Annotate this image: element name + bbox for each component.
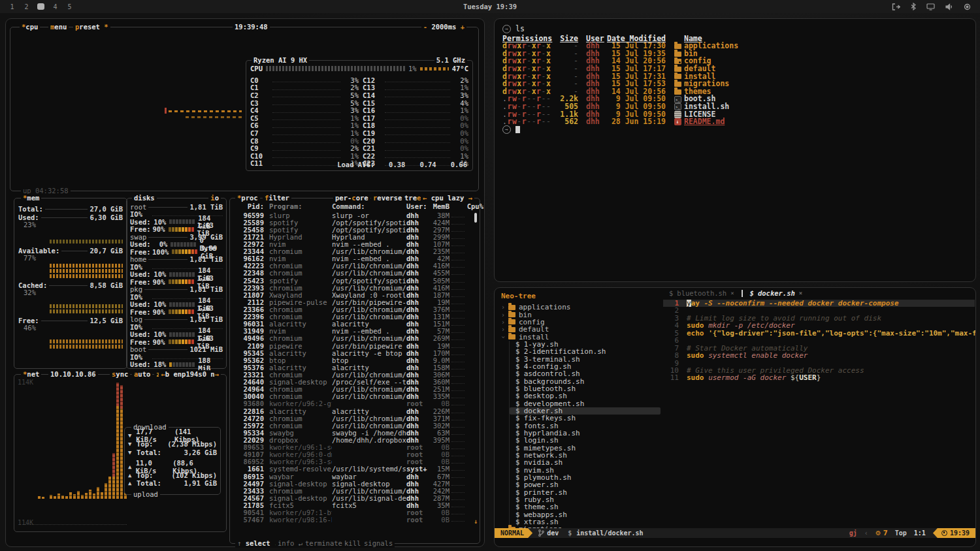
process-row[interactable]: 1661systemd-resolve/usr/lib/systemd/ssys… <box>234 465 470 473</box>
tab-docker.sh[interactable]: $docker.sh× <box>744 288 809 298</box>
filter-button[interactable]: filter <box>263 194 291 202</box>
cpu-meter-bar <box>266 66 405 71</box>
per-core-toggle[interactable]: per-core <box>333 194 370 202</box>
scroll-down-indicator[interactable]: ↓ <box>474 518 478 525</box>
select-button[interactable]: ↑ select ↓ <box>235 539 280 548</box>
auto-button[interactable]: auto <box>132 370 152 379</box>
process-row[interactable]: 57467kworker/u98:16-broot0B0.0 <box>234 516 470 524</box>
kill-button[interactable]: kill <box>342 539 363 548</box>
workspace-active-3[interactable] <box>37 3 44 10</box>
terminate-button[interactable]: terminate <box>303 539 344 548</box>
process-row[interactable]: 23321chromium/usr/lib/chromium/dhh306M0.… <box>234 371 470 378</box>
process-row[interactable]: 42223chromium/usr/lib/chromium/dhh416M0.… <box>234 262 470 270</box>
menu-button[interactable]: menu <box>48 23 69 31</box>
workspace-5[interactable]: 5 <box>66 3 73 10</box>
sync-button[interactable]: sync <box>110 370 130 379</box>
record-icon[interactable] <box>964 3 971 10</box>
process-row[interactable]: 23344chromium/usr/lib/chromium/dhh235M0.… <box>234 248 470 255</box>
process-row[interactable]: 95334swaybgswaybg -i /home/dhdhh63M0.0 <box>234 429 470 436</box>
process-row[interactable]: 23433chromium/usr/lib/chromium/dhh242M0.… <box>234 487 470 494</box>
process-row[interactable]: 2109pipewire/usr/bin/pipewiredhh19M0.0 <box>234 342 470 349</box>
code-line[interactable]: 6 <box>663 337 975 344</box>
interval-minus-button[interactable]: - <box>423 23 427 31</box>
process-row[interactable]: 22029dropbox/home/dhh/.dropboxdhh395M0.0 <box>234 436 470 443</box>
interface-selector[interactable]: ←b enp194s0 n→ <box>159 370 221 379</box>
process-row[interactable]: 95376alacrittyalacrittydhh158M0.0 <box>234 364 470 371</box>
process-row[interactable]: 86952kworker/u96:3-sdroot0B0.0 <box>234 458 470 465</box>
process-row[interactable]: 90541kworker/u97:1-btroot0B0.0 <box>234 509 470 516</box>
display-icon[interactable] <box>926 3 935 10</box>
interval-plus-button[interactable]: + <box>461 23 465 31</box>
mode-indicator: NORMAL <box>495 528 532 538</box>
process-row[interactable]: 22396chromium/usr/lib/chromium/dhh131M0.… <box>234 313 470 321</box>
col-cpu[interactable]: Cpu% <box>466 202 483 210</box>
volume-icon[interactable] <box>945 3 953 10</box>
code-line[interactable]: 8sudo systemctl enable docker <box>663 352 975 359</box>
col-memb[interactable]: MemB <box>430 202 449 210</box>
close-icon[interactable]: × <box>730 290 734 296</box>
core-row: C71% <box>250 129 359 137</box>
process-row[interactable]: 22816alacrittyalacrittydhh226M0.0 <box>234 407 470 415</box>
process-row[interactable]: 49496chromium/usr/lib/chromium/dhh269M0.… <box>234 335 470 342</box>
process-row[interactable]: 24720chromium/usr/lib/chromium/dhh371M0.… <box>234 415 470 422</box>
up-arrow-icon: ▲ <box>128 472 137 479</box>
process-row[interactable]: 22348chromium/usr/lib/chromium/dhh455M0.… <box>234 270 470 277</box>
info-button[interactable]: info ↵ <box>276 539 304 548</box>
tree-toggle[interactable]: tree <box>402 194 423 202</box>
bluetooth-icon[interactable] <box>911 3 916 10</box>
process-row[interactable]: 31949nvimnvim --embed .dhh57M0.0 <box>234 328 470 335</box>
core-graph <box>385 108 450 113</box>
process-cpu-graph <box>451 257 465 260</box>
process-row[interactable]: 25423spotify/opt/spotify/spotidhh505M0.0 <box>234 277 470 284</box>
col-command[interactable]: Command: <box>332 202 406 210</box>
process-row[interactable]: 86915waybarwaybardhh67M0.0 <box>234 473 470 480</box>
process-row[interactable]: 49107kworker/u96:0-dmroot0B0.0 <box>234 451 470 458</box>
net-graph-bar <box>89 490 91 499</box>
tab-bluetooth.sh[interactable]: $bluetooth.sh× <box>663 288 740 298</box>
process-row[interactable]: 24964chromium/usr/lib/chromium/dhh251M0.… <box>234 386 470 393</box>
process-row[interactable]: 21721HyprlandHyprlanddhh299M0.1 <box>234 233 470 240</box>
col-user[interactable]: User: <box>406 202 430 210</box>
file-row: drwxr-xr-x-dhh15 Jul 17:53migrations <box>502 80 968 88</box>
code-line[interactable]: 5echo '{"log-driver":"json-file","log-op… <box>663 330 975 337</box>
process-row[interactable]: 25972chromium/usr/lib/chromium/dhh302M0.… <box>234 422 470 429</box>
process-row[interactable]: 93680kworker/u96:2-gfroot0B0.0 <box>234 400 470 407</box>
process-row[interactable]: 30040chromium/usr/lib/chromium/dhh335M0.… <box>234 393 470 400</box>
process-row[interactable]: 23366chromium/usr/lib/chromium/dhh376M0.… <box>234 306 470 313</box>
process-row[interactable]: 95345alacrittyalacritty -e btopdhh170M0.… <box>234 349 470 356</box>
workspace-2[interactable]: 2 <box>23 3 30 10</box>
process-row[interactable]: 96031alacrittyalacrittydhh151M0.0 <box>234 321 470 328</box>
process-row[interactable]: 96162nvimnvim --embed .dhh42M0.0 <box>234 255 470 262</box>
code-token <box>704 330 709 337</box>
reverse-toggle[interactable]: reverse <box>371 194 404 202</box>
process-row[interactable]: 2112pipewire-pulse/usr/bin/pipewire-dhh1… <box>234 298 470 306</box>
logout-icon[interactable] <box>892 3 900 10</box>
close-icon[interactable]: × <box>799 290 802 296</box>
process-row[interactable]: 22972nvimnvim --embed .dhh107M0.0 <box>234 240 470 247</box>
process-row[interactable]: 25589spotify/opt/spotify/spotidhh424M0.2 <box>234 219 470 226</box>
net-graph-bar <box>42 497 44 499</box>
process-row[interactable]: 21807XwaylandXwayland :0 -rootldhh187M0.… <box>234 291 470 298</box>
preset-button[interactable]: preset * <box>73 23 110 31</box>
sort-selector[interactable]: ← cpu lazy → <box>421 194 474 202</box>
io-toggle[interactable]: io <box>208 194 221 202</box>
process-row[interactable]: 24640signal-desktop/proc/self/exe --tdhh… <box>234 379 470 386</box>
neotree-folder-install[interactable]: ›install <box>495 333 663 340</box>
process-row[interactable]: 89653kworker/u96:1-sdroot0B0.0 <box>234 444 470 451</box>
process-row[interactable]: 25458spotify/opt/spotify/spotidhh297M0.2 <box>234 226 470 233</box>
signals-button[interactable]: signals <box>362 539 395 548</box>
file-date: 28 Jun 15:19 <box>606 118 666 126</box>
col-program[interactable]: Program: <box>269 202 332 210</box>
process-row[interactable]: 21785fcitx5fcitx5dhh35M0.0 <box>234 501 470 509</box>
workspace-4[interactable]: 4 <box>52 3 59 10</box>
process-row[interactable]: 22393chromium/usr/lib/chromium/dhh416M0.… <box>234 284 470 291</box>
workspace-1[interactable]: 1 <box>8 3 16 10</box>
process-row[interactable]: 96599slurpslurp -ordhh38M0.0 <box>234 212 470 219</box>
process-row[interactable]: 24567signal-desktop/usr/lib/signal-dedhh… <box>234 494 470 501</box>
col-pid[interactable]: Pid: <box>234 202 264 210</box>
process-row[interactable]: 95362btopbtopdhh9.0M0.0 <box>234 356 470 364</box>
code-line[interactable]: 1yay -S --noconfirm --needed docker dock… <box>663 300 975 307</box>
process-row[interactable]: 24497signal-desktopsignal-desktopdhh427M… <box>234 480 470 487</box>
process-scrollbar[interactable] <box>474 213 477 223</box>
code-line[interactable]: 11sudo usermod -aG docker ${USER} <box>663 374 975 381</box>
